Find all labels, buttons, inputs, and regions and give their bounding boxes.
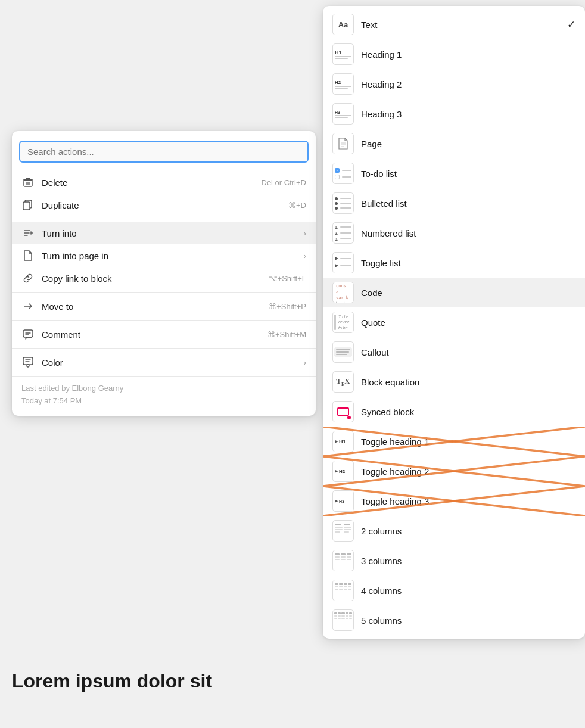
synced-block-icon	[332, 401, 354, 422]
dropdown-item-toggle-h1[interactable]: ▶ H1 Toggle heading 1	[323, 427, 585, 456]
toggle-h1-block-icon: ▶ H1	[332, 431, 354, 452]
toggle-block-icon: ▶ ▶	[332, 252, 354, 273]
h2-label: Heading 2	[361, 79, 575, 89]
h1-label: Heading 1	[361, 49, 575, 60]
dropdown-item-4cols[interactable]: 4 columns	[323, 575, 585, 605]
page-block-icon	[332, 133, 354, 154]
2cols-block-icon	[332, 520, 354, 542]
4cols-label: 4 columns	[361, 586, 575, 596]
svg-rect-8	[23, 330, 33, 337]
toggle-h3-block-icon: ▶ H3	[332, 490, 354, 512]
svg-rect-1	[26, 178, 30, 179]
dropdown-item-toggle-h2[interactable]: ▶ H2 Toggle heading 2	[323, 456, 585, 486]
context-menu: Delete Del or Ctrl+D Duplicate ⌘+D	[12, 131, 316, 416]
search-wrapper	[12, 136, 316, 169]
quote-label: Quote	[361, 318, 575, 328]
turn-into-page-icon	[21, 249, 35, 262]
footer-line1: Last edited by Elbong Gearny	[21, 382, 306, 395]
3cols-label: 3 columns	[361, 556, 575, 566]
dropdown-item-page[interactable]: Page	[323, 129, 585, 158]
turn-into-chevron: ›	[304, 229, 306, 238]
menu-item-copy-link[interactable]: Copy link to block ⌥+Shift+L	[12, 267, 316, 290]
comment-icon	[21, 328, 35, 341]
color-label: Color	[42, 357, 304, 368]
copy-link-label: Copy link to block	[42, 273, 269, 284]
equation-label: Block equation	[361, 377, 575, 387]
delete-shortcut: Del or Ctrl+D	[262, 178, 307, 187]
toggle-label: Toggle list	[361, 258, 575, 268]
5cols-block-icon	[332, 609, 354, 631]
turn-into-dropdown: Aa Text ✓ H1 Heading 1 H2 Heading 2	[323, 6, 585, 639]
5cols-label: 5 columns	[361, 615, 575, 626]
numbered-block-icon: 1. 2. 3.	[332, 222, 354, 244]
dropdown-item-text[interactable]: Aa Text ✓	[323, 10, 585, 39]
footer-line2: Today at 7:54 PM	[21, 395, 306, 407]
callout-block-icon	[332, 341, 354, 363]
svg-rect-7	[23, 202, 30, 210]
4cols-block-icon	[332, 580, 354, 601]
dropdown-item-h1[interactable]: H1 Heading 1	[323, 39, 585, 69]
menu-section-5: Color ›	[12, 349, 316, 377]
dropdown-item-quote[interactable]: To beor notto be Quote	[323, 307, 585, 337]
check-icon: ✓	[567, 18, 575, 31]
page-text: Lorem ipsum dolor sit	[12, 670, 212, 692]
delete-label: Delete	[42, 178, 262, 188]
menu-item-turn-into-page[interactable]: Turn into page in ›	[12, 244, 316, 267]
menu-item-turn-into[interactable]: Turn into ›	[12, 222, 316, 244]
comment-label: Comment	[42, 329, 267, 340]
dropdown-item-code[interactable]: // My fi const a var b b +b ="or Code	[323, 278, 585, 307]
page-label: Page	[361, 139, 575, 149]
dropdown-item-2cols[interactable]: 2 columns	[323, 516, 585, 546]
todo-label: To-do list	[361, 169, 575, 179]
dropdown-item-equation[interactable]: TEX Block equation	[323, 367, 585, 397]
quote-block-icon: To beor notto be	[332, 312, 354, 333]
menu-section-3: Move to ⌘+Shift+P	[12, 293, 316, 321]
toggle-h1-label: Toggle heading 1	[361, 437, 575, 447]
turn-into-icon	[21, 226, 35, 239]
duplicate-icon	[21, 198, 35, 211]
menu-item-delete[interactable]: Delete Del or Ctrl+D	[12, 171, 316, 194]
text-block-icon: Aa	[332, 14, 354, 35]
color-chevron: ›	[304, 358, 306, 367]
duplicate-label: Duplicate	[42, 200, 288, 210]
move-to-shortcut: ⌘+Shift+P	[269, 302, 306, 311]
menu-section-2: Turn into › Turn into page in › Copy lin…	[12, 219, 316, 293]
menu-item-color[interactable]: Color ›	[12, 351, 316, 374]
svg-rect-11	[23, 357, 33, 365]
menu-item-comment[interactable]: Comment ⌘+Shift+M	[12, 323, 316, 346]
callout-label: Callout	[361, 347, 575, 357]
toggle-h2-label: Toggle heading 2	[361, 466, 575, 477]
code-label: Code	[361, 288, 575, 298]
h3-block-icon: H3	[332, 103, 354, 125]
dropdown-item-callout[interactable]: Callout	[323, 337, 585, 367]
dropdown-item-toggle[interactable]: ▶ ▶ Toggle list	[323, 248, 585, 278]
dropdown-item-h3[interactable]: H3 Heading 3	[323, 99, 585, 129]
search-input[interactable]	[19, 141, 309, 163]
numbered-label: Numbered list	[361, 228, 575, 238]
menu-section-4: Comment ⌘+Shift+M	[12, 321, 316, 349]
dropdown-item-h2[interactable]: H2 Heading 2	[323, 69, 585, 99]
move-to-label: Move to	[42, 301, 269, 312]
dropdown-item-numbered[interactable]: 1. 2. 3. Numbered list	[323, 218, 585, 248]
toggle-h2-block-icon: ▶ H2	[332, 461, 354, 482]
color-icon	[21, 356, 35, 369]
dropdown-item-todo[interactable]: ✓ To-do list	[323, 158, 585, 188]
bulleted-label: Bulleted list	[361, 198, 575, 209]
dropdown-item-5cols[interactable]: 5 columns	[323, 605, 585, 635]
todo-block-icon: ✓	[332, 163, 354, 184]
bulleted-block-icon	[332, 192, 354, 214]
dropdown-item-bulleted[interactable]: Bulleted list	[323, 188, 585, 218]
page-content: Lorem ipsum dolor sit	[12, 670, 212, 692]
dropdown-item-toggle-h3[interactable]: ▶ H3 Toggle heading 3	[323, 486, 585, 516]
menu-item-duplicate[interactable]: Duplicate ⌘+D	[12, 194, 316, 216]
dropdown-item-synced[interactable]: Synced block	[323, 397, 585, 427]
copy-link-shortcut: ⌥+Shift+L	[269, 274, 306, 283]
comment-shortcut: ⌘+Shift+M	[267, 330, 306, 339]
dropdown-item-3cols[interactable]: 3 columns	[323, 546, 585, 575]
turn-into-page-chevron: ›	[304, 251, 306, 260]
h3-label: Heading 3	[361, 109, 575, 119]
menu-item-move-to[interactable]: Move to ⌘+Shift+P	[12, 295, 316, 318]
turn-into-page-label: Turn into page in	[42, 251, 304, 261]
duplicate-shortcut: ⌘+D	[288, 201, 306, 210]
move-to-icon	[21, 300, 35, 313]
